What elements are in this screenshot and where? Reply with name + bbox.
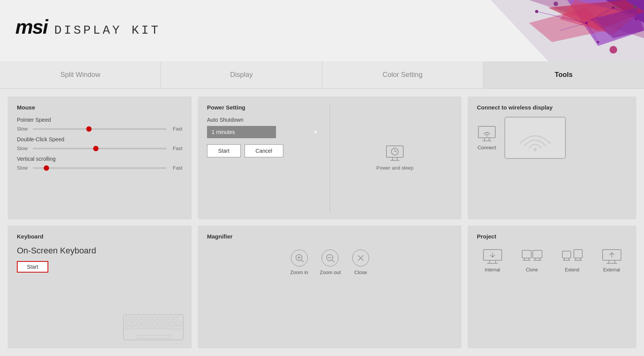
close-magnifier-label: Close [354,269,367,275]
zoom-out-icon [322,250,338,266]
vertical-scroll-track[interactable] [33,167,166,169]
logo-msi: msi [15,15,48,38]
double-click-track[interactable] [33,148,166,149]
connect-label: Connect [478,145,496,150]
double-click-row: Slow Fast [17,145,182,151]
magnifier-section-title: Magnifier [207,233,452,240]
svg-point-19 [554,2,558,6]
magnifier-close-button[interactable]: Close [352,250,369,275]
svg-rect-21 [126,317,130,320]
svg-rect-42 [134,326,138,329]
power-left-section: Power Setting Auto Shutdown Never 1 minu… [207,104,322,212]
project-extend-icon [562,249,583,264]
vertical-scroll-thumb[interactable] [44,165,49,171]
power-section-title: Power Setting [207,104,322,111]
power-cancel-button[interactable]: Cancel [245,144,284,157]
svg-rect-46 [156,326,159,329]
pointer-speed-track[interactable] [33,128,166,130]
svg-rect-40 [176,322,182,325]
power-card: Power Setting Auto Shutdown Never 1 minu… [198,96,462,219]
middle-column: Power Setting Auto Shutdown Never 1 minu… [198,96,462,348]
project-internal-button[interactable]: Internal [483,249,503,273]
svg-point-72 [534,148,537,151]
project-clone-icon [521,249,543,264]
main-content: Mouse Pointer Speed Slow Fast Double-Cli… [0,89,644,356]
svg-rect-30 [174,317,178,320]
zoom-out-button[interactable]: Zoom out [320,250,341,275]
svg-rect-44 [145,326,149,329]
zoom-out-label: Zoom out [320,269,341,275]
pointer-speed-label: Pointer Speed [17,117,182,123]
power-sleep-label: Power and sleep [376,165,414,171]
power-start-button[interactable]: Start [207,144,241,157]
tab-split-window[interactable]: Split Window [0,61,161,88]
svg-rect-25 [147,317,151,320]
project-extend-button[interactable]: Extend [562,249,583,273]
svg-rect-78 [522,250,531,258]
zoom-in-button[interactable]: Zoom in [290,250,308,275]
connect-button[interactable]: Connect [477,126,497,150]
keyboard-start-button[interactable]: Start [17,261,48,273]
project-extend-label: Extend [565,267,579,273]
svg-point-18 [610,46,617,54]
svg-rect-27 [158,317,162,320]
wireless-display-icon [477,126,497,142]
zoom-in-icon [291,250,308,266]
connect-content: Connect [477,117,627,159]
close-button[interactable]: ✕ [629,2,640,12]
magnifier-card: Magnifier Zoom in [198,225,462,348]
keyboard-graphic [123,314,184,341]
power-sleep-button[interactable]: Power and sleep [376,145,414,171]
svg-rect-29 [169,317,172,320]
tab-display[interactable]: Display [161,61,322,88]
right-column: Connect to wireless display Connect [468,96,636,348]
power-divider [330,104,330,212]
power-sleep-icon [385,145,405,162]
pointer-speed-thumb[interactable] [86,126,92,132]
svg-rect-22 [131,317,135,320]
auto-shutdown-label: Auto Shutdown [207,117,322,123]
vscroll-slow-label: Slow [17,165,29,171]
keyboard-card: Keyboard On-Screen Keyboard Start [8,225,192,348]
project-internal-label: Internal [485,267,500,273]
vertical-scroll-row: Slow Fast [17,165,182,171]
svg-rect-39 [170,322,174,325]
svg-line-64 [332,260,334,262]
magnifier-controls: Zoom in Zoom out [207,246,452,275]
svg-point-14 [585,22,588,24]
svg-rect-37 [159,322,163,325]
svg-rect-35 [149,322,153,325]
svg-line-61 [301,260,304,262]
keyboard-title: On-Screen Keyboard [17,246,182,256]
svg-rect-36 [154,322,158,325]
project-clone-button[interactable]: Clone [521,249,543,273]
svg-rect-47 [161,326,165,329]
svg-point-71 [486,135,488,136]
tab-tools[interactable]: Tools [483,61,644,88]
project-clone-label: Clone [526,267,538,273]
mouse-card: Mouse Pointer Speed Slow Fast Double-Cli… [8,96,192,219]
double-click-label: Double-Click Speed [17,136,182,142]
svg-rect-82 [533,250,542,258]
auto-shutdown-select[interactable]: Never 1 minutes 5 minutes 10 minutes 30 … [207,126,276,138]
svg-point-16 [635,18,637,20]
svg-point-13 [535,10,538,13]
double-click-thumb[interactable] [93,146,99,151]
minimize-button[interactable]: — [611,2,623,12]
left-column: Mouse Pointer Speed Slow Fast Double-Cli… [8,96,192,348]
svg-rect-33 [138,322,142,325]
vertical-scroll-label: Vertical scrolling [17,156,182,162]
dblclick-fast-label: Fast [170,145,182,151]
svg-rect-45 [150,326,154,329]
svg-rect-86 [562,251,571,258]
project-internal-icon [483,249,503,264]
connect-card: Connect to wireless display Connect [468,96,636,219]
project-external-icon [602,249,622,264]
power-right-section: Power and sleep [338,104,453,212]
pointer-fast-label: Fast [170,126,182,132]
svg-rect-26 [153,317,156,320]
svg-rect-90 [574,250,582,258]
project-external-button[interactable]: External [602,249,622,273]
svg-point-17 [597,41,599,43]
tab-color-setting[interactable]: Color Setting [322,61,483,88]
